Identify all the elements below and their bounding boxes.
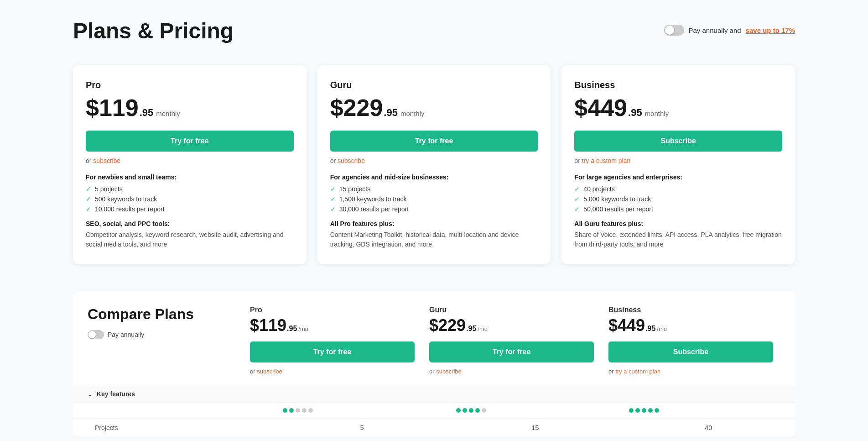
business-dots [629, 408, 788, 413]
feature-value-guru-projects: 15 [449, 419, 622, 437]
feature-value-business-projects: 40 [622, 419, 795, 437]
feature-cell-empty [73, 403, 275, 419]
compare-business-custom[interactable]: try a custom plan [615, 368, 660, 375]
feature-label-projects: Projects [73, 419, 275, 437]
guru-price-period: monthly [400, 110, 425, 117]
list-item: ✓30,000 results per report [330, 205, 538, 213]
check-icon: ✓ [86, 195, 91, 203]
dot-1 [629, 408, 634, 413]
list-item: ✓5 projects [86, 185, 294, 193]
dot-5 [482, 408, 486, 413]
guru-plan-name: Guru [330, 80, 538, 90]
guru-feature-list: ✓15 projects ✓1,500 keywords to track ✓3… [330, 185, 538, 213]
compare-guru-price-cents: .95 [466, 325, 476, 333]
compare-pro-cta[interactable]: Try for free [250, 341, 415, 362]
page-title: Plans & Pricing [73, 18, 234, 43]
compare-pro-price-main: $119 [250, 316, 286, 335]
business-extras-title: All Guru features plus: [574, 220, 782, 227]
compare-title: Compare Plans [88, 306, 243, 323]
pro-price-cents: .95 [140, 107, 154, 119]
compare-col-guru: Guru $229 .95 /mo Try for free or subscr… [422, 306, 601, 375]
list-item: ✓15 projects [330, 185, 538, 193]
compare-business-price-period: /mo [657, 326, 667, 332]
dot-2 [289, 408, 294, 413]
chevron-down-icon: ⌄ [88, 391, 92, 398]
list-item: ✓50,000 results per report [574, 205, 782, 213]
dot-5 [308, 408, 313, 413]
compare-business-price: $449 .95 /mo [608, 316, 773, 335]
compare-business-price-cents: .95 [645, 325, 655, 333]
dot-4 [302, 408, 307, 413]
compare-guru-price-main: $229 [429, 316, 466, 335]
save-label: save up to 17% [746, 26, 795, 34]
pro-price-period: monthly [156, 110, 180, 117]
guru-subscribe-link[interactable]: subscribe [338, 157, 365, 164]
plan-card-guru: Guru $229 .95 monthly Try for free or su… [317, 65, 551, 264]
compare-pro-name: Pro [250, 306, 415, 314]
compare-col-business: Business $449 .95 /mo Subscribe or try a… [601, 306, 780, 375]
pro-price-main: $119 [86, 94, 139, 121]
guru-extras-text: Content Marketing Toolkit, historical da… [330, 230, 538, 249]
check-icon: ✓ [86, 205, 91, 213]
list-item: ✓10,000 results per report [86, 205, 294, 213]
list-item: ✓1,500 keywords to track [330, 195, 538, 203]
page-header: Plans & Pricing Pay annually and save up… [73, 18, 795, 43]
check-icon: ✓ [574, 185, 580, 193]
pro-feature-list: ✓5 projects ✓500 keywords to track ✓10,0… [86, 185, 294, 213]
pro-subscribe-link[interactable]: subscribe [93, 157, 120, 164]
compare-annual-toggle[interactable] [88, 330, 104, 339]
table-row-projects: Projects 5 15 40 [73, 419, 795, 437]
dot-1 [456, 408, 461, 413]
compare-pro-price-period: /mo [298, 326, 308, 332]
compare-guru-price: $229 .95 /mo [429, 316, 594, 335]
compare-business-or-link: or try a custom plan [608, 368, 773, 375]
compare-guru-price-period: /mo [478, 326, 488, 332]
compare-guru-subscribe[interactable]: subscribe [436, 368, 462, 375]
guru-cta-button[interactable]: Try for free [330, 131, 538, 152]
dot-3 [296, 408, 300, 413]
pro-feature-intro: For newbies and small teams: [86, 173, 294, 181]
pro-extras-text: Competitor analysis, keyword research, w… [86, 230, 294, 249]
billing-toggle-row: Pay annually and save up to 17% [664, 25, 795, 36]
dot-2 [463, 408, 467, 413]
dot-3 [642, 408, 646, 413]
business-extras-text: Share of Voice, extended limits, API acc… [574, 230, 782, 249]
guru-feature-intro: For agencies and mid-size businesses: [330, 173, 538, 181]
business-custom-plan-link[interactable]: try a custom plan [582, 157, 631, 164]
business-price-main: $449 [574, 94, 627, 121]
business-cta-button[interactable]: Subscribe [574, 131, 782, 152]
business-feature-list: ✓40 projects ✓5,000 keywords to track ✓5… [574, 185, 782, 213]
guru-price-row: $229 .95 monthly [330, 94, 538, 121]
business-price-period: monthly [645, 110, 669, 117]
dot-3 [469, 408, 473, 413]
section-label: Key features [97, 390, 135, 398]
pro-dots [283, 408, 442, 413]
compare-business-cta[interactable]: Subscribe [608, 341, 773, 362]
compare-col-pro: Pro $119 .95 /mo Try for free or subscri… [243, 306, 422, 375]
compare-table: ⌄ Key features [73, 386, 795, 437]
section-row-key-features[interactable]: ⌄ Key features [73, 386, 795, 403]
compare-guru-cta[interactable]: Try for free [429, 341, 594, 362]
pro-extras-title: SEO, social, and PPC tools: [86, 220, 294, 227]
business-price-row: $449 .95 monthly [574, 94, 782, 121]
compare-pro-price-cents: .95 [287, 325, 297, 333]
plan-card-pro: Pro $119 .95 monthly Try for free or sub… [73, 65, 307, 264]
list-item: ✓5,000 keywords to track [574, 195, 782, 203]
annual-billing-toggle[interactable] [664, 25, 684, 36]
compare-pro-or-link: or subscribe [250, 368, 415, 375]
pricing-cards-row: Pro $119 .95 monthly Try for free or sub… [73, 65, 795, 264]
feature-value-pro-projects: 5 [275, 419, 449, 437]
compare-title-col: Compare Plans Pay annually [88, 306, 243, 339]
pro-cta-button[interactable]: Try for free [86, 131, 294, 152]
pro-or-link: or subscribe [86, 157, 294, 164]
guru-dots [456, 408, 615, 413]
feature-cell-pro-dots [275, 403, 449, 419]
feature-cell-business-dots [622, 403, 795, 419]
check-icon: ✓ [330, 195, 336, 203]
compare-plans-section: Compare Plans Pay annually Pro $119 .95 … [73, 291, 795, 437]
guru-price-cents: .95 [384, 107, 398, 119]
check-icon: ✓ [574, 195, 580, 203]
compare-pro-price: $119 .95 /mo [250, 316, 415, 335]
compare-business-price-main: $449 [608, 316, 645, 335]
compare-pro-subscribe[interactable]: subscribe [257, 368, 282, 375]
